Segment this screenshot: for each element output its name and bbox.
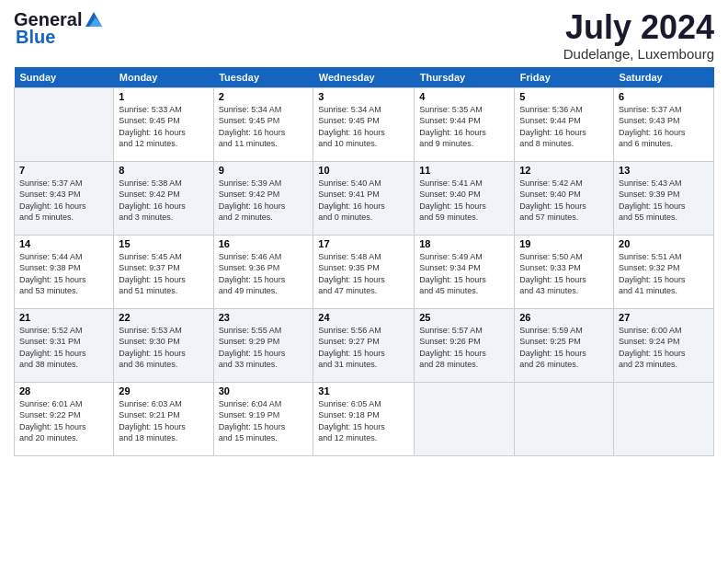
day-number: 12: [519, 165, 609, 176]
header-wednesday: Wednesday: [313, 67, 415, 88]
day-info: Sunrise: 6:03 AM Sunset: 9:21 PM Dayligh…: [119, 399, 186, 443]
day-cell-1-0: 7Sunrise: 5:37 AM Sunset: 9:43 PM Daylig…: [15, 161, 114, 235]
day-number: 21: [19, 312, 108, 323]
logo-icon: [84, 10, 104, 30]
day-number: 9: [219, 165, 309, 176]
day-number: 26: [519, 312, 609, 323]
day-cell-3-4: 25Sunrise: 5:57 AM Sunset: 9:26 PM Dayli…: [415, 308, 515, 382]
header-thursday: Thursday: [415, 67, 515, 88]
day-cell-4-6: [614, 382, 714, 455]
day-cell-0-1: 1Sunrise: 5:33 AM Sunset: 9:45 PM Daylig…: [114, 87, 213, 161]
day-number: 23: [219, 312, 309, 323]
day-cell-0-4: 4Sunrise: 5:35 AM Sunset: 9:44 PM Daylig…: [415, 87, 515, 161]
day-cell-0-0: [15, 87, 114, 161]
day-info: Sunrise: 5:46 AM Sunset: 9:36 PM Dayligh…: [219, 252, 286, 296]
day-cell-4-0: 28Sunrise: 6:01 AM Sunset: 9:22 PM Dayli…: [15, 382, 114, 455]
day-cell-2-4: 18Sunrise: 5:49 AM Sunset: 9:34 PM Dayli…: [415, 235, 515, 308]
day-cell-1-5: 12Sunrise: 5:42 AM Sunset: 9:40 PM Dayli…: [515, 161, 614, 235]
header-tuesday: Tuesday: [213, 67, 313, 88]
day-number: 29: [119, 385, 208, 396]
header-sunday: Sunday: [15, 67, 114, 88]
day-info: Sunrise: 5:57 AM Sunset: 9:26 PM Dayligh…: [419, 326, 486, 370]
day-info: Sunrise: 5:37 AM Sunset: 9:43 PM Dayligh…: [619, 105, 686, 149]
day-info: Sunrise: 5:45 AM Sunset: 9:37 PM Dayligh…: [119, 252, 186, 296]
day-number: 1: [119, 91, 208, 102]
day-info: Sunrise: 5:38 AM Sunset: 9:42 PM Dayligh…: [119, 178, 186, 223]
day-cell-3-1: 22Sunrise: 5:53 AM Sunset: 9:30 PM Dayli…: [114, 308, 213, 382]
day-info: Sunrise: 5:49 AM Sunset: 9:34 PM Dayligh…: [419, 252, 486, 296]
day-number: 25: [419, 312, 509, 323]
day-number: 15: [119, 238, 208, 249]
day-cell-2-3: 17Sunrise: 5:48 AM Sunset: 9:35 PM Dayli…: [313, 235, 415, 308]
day-number: 14: [19, 238, 108, 249]
day-number: 27: [619, 312, 709, 323]
week-row-0: 1Sunrise: 5:33 AM Sunset: 9:45 PM Daylig…: [15, 87, 714, 161]
logo: General Blue: [14, 9, 104, 48]
day-cell-0-2: 2Sunrise: 5:34 AM Sunset: 9:45 PM Daylig…: [213, 87, 313, 161]
day-number: 8: [119, 165, 208, 176]
calendar-table: Sunday Monday Tuesday Wednesday Thursday…: [14, 67, 714, 456]
day-cell-3-6: 27Sunrise: 6:00 AM Sunset: 9:24 PM Dayli…: [614, 308, 714, 382]
day-number: 6: [619, 91, 709, 102]
location-text: Dudelange, Luxembourg: [563, 46, 714, 62]
day-info: Sunrise: 5:33 AM Sunset: 9:45 PM Dayligh…: [119, 105, 186, 149]
header-friday: Friday: [515, 67, 614, 88]
day-info: Sunrise: 5:35 AM Sunset: 9:44 PM Dayligh…: [419, 105, 486, 149]
day-cell-0-6: 6Sunrise: 5:37 AM Sunset: 9:43 PM Daylig…: [614, 87, 714, 161]
day-info: Sunrise: 5:39 AM Sunset: 9:42 PM Dayligh…: [219, 178, 286, 223]
day-info: Sunrise: 5:37 AM Sunset: 9:43 PM Dayligh…: [19, 178, 86, 223]
day-cell-3-3: 24Sunrise: 5:56 AM Sunset: 9:27 PM Dayli…: [313, 308, 415, 382]
day-cell-1-4: 11Sunrise: 5:41 AM Sunset: 9:40 PM Dayli…: [415, 161, 515, 235]
day-info: Sunrise: 6:01 AM Sunset: 9:22 PM Dayligh…: [19, 399, 86, 443]
week-row-3: 21Sunrise: 5:52 AM Sunset: 9:31 PM Dayli…: [15, 308, 714, 382]
day-info: Sunrise: 5:44 AM Sunset: 9:38 PM Dayligh…: [19, 252, 86, 296]
day-info: Sunrise: 5:53 AM Sunset: 9:30 PM Dayligh…: [119, 326, 186, 370]
day-number: 4: [419, 91, 509, 102]
logo-blue: Blue: [16, 27, 55, 48]
calendar-container: General Blue July 2024 Dudelange, Luxemb…: [0, 0, 728, 563]
day-number: 16: [219, 238, 309, 249]
day-info: Sunrise: 6:04 AM Sunset: 9:19 PM Dayligh…: [219, 399, 286, 443]
day-number: 22: [119, 312, 208, 323]
day-cell-1-1: 8Sunrise: 5:38 AM Sunset: 9:42 PM Daylig…: [114, 161, 213, 235]
day-info: Sunrise: 6:00 AM Sunset: 9:24 PM Dayligh…: [619, 326, 686, 370]
day-number: 10: [318, 165, 409, 176]
day-info: Sunrise: 5:52 AM Sunset: 9:31 PM Dayligh…: [19, 326, 86, 370]
day-number: 5: [519, 91, 609, 102]
day-number: 7: [19, 165, 108, 176]
day-number: 24: [318, 312, 409, 323]
day-cell-1-6: 13Sunrise: 5:43 AM Sunset: 9:39 PM Dayli…: [614, 161, 714, 235]
week-row-2: 14Sunrise: 5:44 AM Sunset: 9:38 PM Dayli…: [15, 235, 714, 308]
day-number: 30: [219, 385, 309, 396]
day-info: Sunrise: 5:50 AM Sunset: 9:33 PM Dayligh…: [519, 252, 586, 296]
day-cell-3-2: 23Sunrise: 5:55 AM Sunset: 9:29 PM Dayli…: [213, 308, 313, 382]
day-info: Sunrise: 5:43 AM Sunset: 9:39 PM Dayligh…: [619, 178, 686, 223]
day-info: Sunrise: 5:59 AM Sunset: 9:25 PM Dayligh…: [519, 326, 586, 370]
weekday-header-row: Sunday Monday Tuesday Wednesday Thursday…: [15, 67, 714, 88]
day-cell-1-3: 10Sunrise: 5:40 AM Sunset: 9:41 PM Dayli…: [313, 161, 415, 235]
day-cell-2-2: 16Sunrise: 5:46 AM Sunset: 9:36 PM Dayli…: [213, 235, 313, 308]
day-info: Sunrise: 5:41 AM Sunset: 9:40 PM Dayligh…: [419, 178, 486, 223]
day-cell-0-3: 3Sunrise: 5:34 AM Sunset: 9:45 PM Daylig…: [313, 87, 415, 161]
title-block: July 2024 Dudelange, Luxembourg: [563, 9, 714, 62]
day-info: Sunrise: 5:42 AM Sunset: 9:40 PM Dayligh…: [519, 178, 586, 223]
day-info: Sunrise: 5:34 AM Sunset: 9:45 PM Dayligh…: [318, 105, 385, 149]
day-number: 19: [519, 238, 609, 249]
day-number: 11: [419, 165, 509, 176]
day-number: 20: [619, 238, 709, 249]
day-info: Sunrise: 5:34 AM Sunset: 9:45 PM Dayligh…: [219, 105, 286, 149]
day-number: 13: [619, 165, 709, 176]
day-cell-2-5: 19Sunrise: 5:50 AM Sunset: 9:33 PM Dayli…: [515, 235, 614, 308]
header-monday: Monday: [114, 67, 213, 88]
day-number: 18: [419, 238, 509, 249]
week-row-4: 28Sunrise: 6:01 AM Sunset: 9:22 PM Dayli…: [15, 382, 714, 455]
day-cell-4-2: 30Sunrise: 6:04 AM Sunset: 9:19 PM Dayli…: [213, 382, 313, 455]
day-cell-3-0: 21Sunrise: 5:52 AM Sunset: 9:31 PM Dayli…: [15, 308, 114, 382]
day-cell-4-5: [515, 382, 614, 455]
day-cell-1-2: 9Sunrise: 5:39 AM Sunset: 9:42 PM Daylig…: [213, 161, 313, 235]
header-saturday: Saturday: [614, 67, 714, 88]
day-info: Sunrise: 5:48 AM Sunset: 9:35 PM Dayligh…: [318, 252, 385, 296]
day-number: 28: [19, 385, 108, 396]
week-row-1: 7Sunrise: 5:37 AM Sunset: 9:43 PM Daylig…: [15, 161, 714, 235]
day-cell-3-5: 26Sunrise: 5:59 AM Sunset: 9:25 PM Dayli…: [515, 308, 614, 382]
